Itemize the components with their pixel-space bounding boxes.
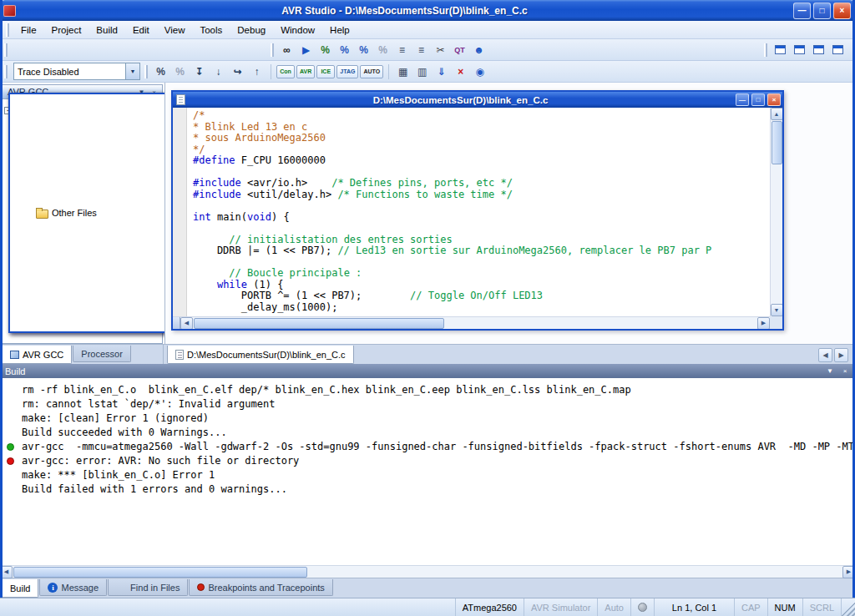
scrollbar-thumb[interactable]: [194, 318, 444, 329]
ice-debugger-icon[interactable]: ICE: [316, 65, 335, 78]
avr-programmer-icon[interactable]: AVR: [296, 65, 315, 78]
menu-item-file[interactable]: File: [13, 23, 44, 38]
previous-bookmark-icon[interactable]: %: [355, 42, 372, 58]
tree-item-other-files[interactable]: Other Files: [8, 99, 162, 333]
tab-avr-gcc[interactable]: AVR GCC: [2, 346, 72, 364]
build-horizontal-scrollbar[interactable]: ◀ ▶: [0, 565, 855, 578]
build-menu-icon[interactable]: ▼: [824, 366, 836, 376]
step-over-icon[interactable]: ↪: [229, 63, 246, 79]
pane-splitter[interactable]: [173, 317, 180, 329]
toolbar-grip[interactable]: [144, 65, 148, 78]
editor-vertical-scrollbar[interactable]: ▲ ▼: [770, 108, 782, 316]
auto-connect-icon[interactable]: AUTO: [360, 65, 383, 78]
find-icon[interactable]: ∞: [278, 42, 296, 58]
resize-grip-icon[interactable]: [842, 598, 855, 616]
code-line: [193, 167, 770, 179]
clear-bookmarks-icon[interactable]: %: [374, 42, 392, 58]
editor-horizontal-scrollbar[interactable]: ◀ ▶: [173, 316, 770, 329]
toolbar-grip[interactable]: [4, 65, 8, 78]
combo-dropdown-icon[interactable]: ▼: [125, 63, 139, 79]
scroll-right-icon[interactable]: ▶: [842, 566, 855, 578]
find-in-files-icon[interactable]: ▶: [297, 42, 315, 58]
run-to-cursor-icon[interactable]: ↧: [190, 63, 208, 79]
build-line[interactable]: rm: cannot lstat `dep/*': Invalid argume…: [0, 397, 855, 412]
build-line[interactable]: Build succeeded with 0 Warnings...: [0, 426, 855, 440]
scroll-left-icon[interactable]: ◀: [180, 317, 193, 330]
scroll-right-icon[interactable]: ▶: [757, 317, 770, 330]
outdent-icon[interactable]: ≡: [412, 42, 430, 58]
connect-icon[interactable]: Con: [276, 65, 295, 78]
menu-item-window[interactable]: Window: [273, 23, 322, 38]
step-into-icon[interactable]: ↓: [210, 63, 227, 79]
tab-find-in-files[interactable]: Find in Files: [108, 579, 188, 596]
close-button[interactable]: ×: [833, 3, 851, 19]
trace-combo[interactable]: Trace Disabled ▼: [13, 63, 140, 80]
tile-vertically-icon[interactable]: [829, 42, 847, 58]
io-view-icon[interactable]: ▥: [413, 63, 431, 79]
build-panel-header[interactable]: Build ▼ ×: [0, 364, 855, 378]
toolbar-grip[interactable]: [4, 43, 8, 57]
document-tab-d-mesdocumentssur-d-blink-en-c-c[interactable]: D:\MesDocumentsSur(D)\blink_en_C.c: [167, 346, 354, 364]
editor-title-bar[interactable]: D:\MesDocumentsSur(D)\blink_en_C.c — □ ×: [173, 92, 782, 108]
stop-build-icon[interactable]: ×: [452, 63, 469, 79]
toolbar-grip[interactable]: [271, 43, 274, 57]
tile-vertically-icon-glyph: [832, 45, 843, 54]
folder-icon: [36, 210, 48, 219]
toggle-bookmark-icon[interactable]: %: [316, 42, 334, 58]
chip-icon: [10, 351, 19, 359]
title-bar[interactable]: AVR Studio - D:\MesDocumentsSur(D)\blink…: [0, 0, 855, 21]
editor-maximize-button[interactable]: □: [751, 93, 765, 106]
help-icon[interactable]: ☻: [470, 42, 488, 58]
code-editor[interactable]: /** Blink Led 13 en c* sous ArduinoMega2…: [173, 108, 782, 329]
scrollbar-thumb[interactable]: [772, 121, 782, 164]
step-out-icon[interactable]: ↑: [248, 63, 266, 79]
menu-item-view[interactable]: View: [157, 23, 193, 38]
tab-build[interactable]: Build: [2, 579, 38, 598]
next-bookmark-icon[interactable]: %: [336, 42, 353, 58]
scrollbar-thumb[interactable]: [13, 567, 307, 578]
build-line[interactable]: avr-gcc -mmcu=atmega2560 -Wall -gdwarf-2…: [0, 440, 855, 454]
tab-message[interactable]: iMessage: [39, 579, 107, 596]
new-window-icon[interactable]: [772, 42, 789, 58]
remove-breakpoints-icon[interactable]: %: [171, 63, 189, 79]
build-line[interactable]: avr-gcc: error: AVR: No such file or dir…: [0, 454, 855, 468]
zoom-icon[interactable]: ◉: [471, 63, 488, 79]
cut-icon[interactable]: ✂: [432, 42, 449, 58]
build-line[interactable]: make: [clean] Error 1 (ignored): [0, 412, 855, 426]
cascade-windows-icon[interactable]: [791, 42, 808, 58]
scroll-left-icon[interactable]: ◀: [0, 566, 13, 578]
menu-item-debug[interactable]: Debug: [230, 23, 273, 38]
tab-label: Processor: [81, 349, 123, 359]
tab-breakpoints-and-tracepoints[interactable]: Breakpoints and Tracepoints: [189, 579, 332, 596]
code-area[interactable]: /** Blink Led 13 en c* sous ArduinoMega2…: [188, 108, 770, 316]
indent-icon[interactable]: ≡: [393, 42, 411, 58]
menu-grip[interactable]: [6, 23, 9, 37]
menu-item-project[interactable]: Project: [44, 23, 89, 38]
tab-band: AVR GCCProcessor D:\MesDocumentsSur(D)\b…: [0, 344, 855, 364]
quick-watch-icon[interactable]: QT: [451, 42, 468, 58]
editor-minimize-button[interactable]: —: [736, 93, 749, 106]
minimize-button[interactable]: —: [793, 3, 811, 19]
program-device-icon[interactable]: ⇓: [433, 63, 450, 79]
build-line[interactable]: rm -rf blink_en_C.o blink_en_C.elf dep/*…: [0, 383, 855, 397]
tab-processor[interactable]: Processor: [73, 346, 131, 362]
window-title: AVR Studio - D:\MesDocumentsSur(D)\blink…: [18, 5, 791, 17]
tab-scroll-right-icon[interactable]: ▶: [834, 348, 848, 362]
menu-item-build[interactable]: Build: [89, 23, 125, 38]
toolbar-grip[interactable]: [764, 43, 767, 57]
tile-horizontally-icon[interactable]: [810, 42, 827, 58]
maximize-button[interactable]: □: [813, 3, 831, 19]
toggle-breakpoint-icon[interactable]: %: [152, 63, 169, 79]
build-line[interactable]: make: *** [blink_en_C.o] Error 1: [0, 468, 855, 482]
scroll-down-icon[interactable]: ▼: [771, 304, 783, 316]
menu-item-tools[interactable]: Tools: [192, 23, 230, 38]
tab-scroll-left-icon[interactable]: ◀: [818, 348, 832, 362]
menu-item-edit[interactable]: Edit: [125, 23, 157, 38]
editor-close-button[interactable]: ×: [767, 93, 781, 106]
jtag-icon[interactable]: JTAG: [336, 65, 358, 78]
build-line[interactable]: Build failed with 1 errors and 0 warning…: [0, 482, 855, 497]
build-close-icon[interactable]: ×: [839, 366, 851, 376]
memory-view-icon[interactable]: ▦: [394, 63, 412, 79]
menu-item-help[interactable]: Help: [322, 23, 357, 38]
scroll-up-icon[interactable]: ▲: [771, 108, 783, 120]
